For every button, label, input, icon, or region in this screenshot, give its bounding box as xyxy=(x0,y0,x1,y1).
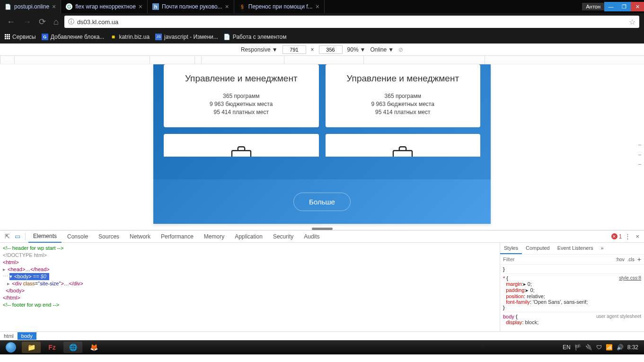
tab-elements[interactable]: Elements xyxy=(28,230,62,243)
error-indicator[interactable]: ✕ 1 xyxy=(611,233,622,240)
tab-4[interactable]: § Перенос при помощи f... × xyxy=(234,0,325,13)
taskbar-explorer[interactable]: 📁 xyxy=(22,342,41,353)
dom-node[interactable]: ▸<head>…</head> xyxy=(3,266,497,273)
zoom-label: 90% xyxy=(347,46,359,53)
close-icon[interactable]: × xyxy=(52,3,56,10)
tray-icon[interactable]: 🛡 xyxy=(596,344,602,351)
css-declaration[interactable]: display: block; xyxy=(503,319,641,325)
forward-button[interactable]: → xyxy=(21,17,33,27)
close-button[interactable]: ✕ xyxy=(631,2,644,11)
styles-rules[interactable]: } style.css:8 * { margin:▸ 0; padding:▸ … xyxy=(500,265,644,331)
bookmark-item[interactable]: G Добавление блока... xyxy=(42,34,105,40)
bookmark-item[interactable]: JS javascript - Измени... xyxy=(155,34,218,40)
info-icon[interactable]: ⓘ xyxy=(68,18,74,26)
reload-button[interactable]: ⟳ xyxy=(37,17,48,27)
styles-filter-input[interactable] xyxy=(503,256,613,262)
viewport-width-input[interactable] xyxy=(282,45,306,54)
volume-icon[interactable]: 🔊 xyxy=(617,344,624,351)
bookmark-label: katrin.biz.ua xyxy=(119,34,150,40)
css-source-link[interactable]: style.css:8 xyxy=(619,275,641,281)
dom-node-selected[interactable]: ⋯ ▾<body> == $0 xyxy=(3,273,497,280)
resize-handle-right[interactable] xyxy=(638,145,641,165)
tab-1[interactable]: 📄 postupi.online × xyxy=(0,0,61,13)
close-icon[interactable]: × xyxy=(139,3,142,10)
tab-security[interactable]: Security xyxy=(268,231,298,242)
elements-tree[interactable]: <!-- header for wp start --> <!DOCTYPE h… xyxy=(0,243,500,331)
bookmark-star-icon[interactable]: ☆ xyxy=(629,18,635,26)
tab-console[interactable]: Console xyxy=(62,231,93,242)
card-stat: 95 414 платных мест xyxy=(170,109,312,115)
program-card[interactable] xyxy=(164,134,319,157)
home-button[interactable]: ⌂ xyxy=(52,17,61,27)
tab-application[interactable]: Application xyxy=(230,231,267,242)
css-declaration[interactable]: margin:▸ 0; xyxy=(503,281,641,287)
program-card[interactable]: Управление и менеджмент 365 программ 9 9… xyxy=(326,64,481,127)
cards-row: Управление и менеджмент 365 программ 9 9… xyxy=(153,64,491,134)
flag-icon[interactable]: 🏴 xyxy=(574,344,582,351)
tab-3[interactable]: h Почти полное руково... × xyxy=(148,0,234,13)
dom-node[interactable]: <html> xyxy=(3,259,497,266)
card-title: Управление и менеджмент xyxy=(332,73,474,84)
user-badge[interactable]: Антон xyxy=(582,3,604,10)
error-count: 1 xyxy=(619,233,622,240)
device-preset-select[interactable]: Responsive ▼ xyxy=(241,46,278,53)
minimize-button[interactable]: — xyxy=(604,2,618,11)
close-icon[interactable]: × xyxy=(225,3,229,10)
tab-sources[interactable]: Sources xyxy=(94,231,124,242)
tab-audits[interactable]: Audits xyxy=(299,231,324,242)
dom-node[interactable]: </html> xyxy=(3,294,497,301)
clock[interactable]: 8:32 xyxy=(627,344,638,351)
close-icon[interactable]: × xyxy=(316,3,319,10)
network-select[interactable]: Online ▼ xyxy=(370,46,394,53)
css-declaration[interactable]: font-family: 'Open Sans', sans-serif; xyxy=(503,299,641,305)
breadcrumb-body[interactable]: body xyxy=(18,332,36,340)
tab-event-listeners[interactable]: Event Listeners xyxy=(554,243,597,254)
tab-network[interactable]: Network xyxy=(125,231,155,242)
bookmark-item[interactable]: ■ katrin.biz.ua xyxy=(110,34,150,40)
breadcrumb-html[interactable]: html xyxy=(0,332,18,340)
device-toggle-icon[interactable]: ▭ xyxy=(13,233,22,240)
network-icon[interactable]: 📶 xyxy=(606,344,613,351)
dom-node[interactable]: </body> xyxy=(3,287,497,294)
start-button[interactable] xyxy=(2,341,20,353)
tab-title: flex wrap некорректное xyxy=(75,3,136,10)
resize-handle-bottom[interactable] xyxy=(312,228,333,230)
inspect-icon[interactable]: ⇱ xyxy=(3,233,12,240)
nav-bar: ← → ⟳ ⌂ ⓘ ds03.kl.com.ua ☆ xyxy=(0,13,644,30)
maximize-button[interactable]: ❐ xyxy=(618,2,631,11)
bookmark-item[interactable]: 📄 Работа с элементом xyxy=(224,34,287,40)
url-bar[interactable]: ⓘ ds03.kl.com.ua ☆ xyxy=(64,16,639,28)
bookmark-label: javascript - Измени... xyxy=(164,34,218,40)
tray-icon[interactable]: 🔌 xyxy=(585,344,592,351)
tab-styles[interactable]: Styles xyxy=(500,243,522,254)
program-card[interactable]: Управление и менеджмент 365 программ 9 9… xyxy=(164,64,319,127)
tab-2[interactable]: G flex wrap некорректное × xyxy=(61,0,148,13)
svg-rect-0 xyxy=(232,150,251,157)
tab-computed[interactable]: Computed xyxy=(522,243,554,254)
apps-button[interactable]: Сервисы xyxy=(5,34,36,40)
program-card[interactable] xyxy=(326,134,481,157)
back-button[interactable]: ← xyxy=(5,17,17,27)
zoom-select[interactable]: 90% ▼ xyxy=(347,46,366,53)
lang-indicator[interactable]: EN xyxy=(563,344,571,351)
styles-panel: Styles Computed Event Listeners » :hov .… xyxy=(500,243,644,331)
tab-memory[interactable]: Memory xyxy=(199,231,229,242)
tab-performance[interactable]: Performance xyxy=(156,231,198,242)
add-rule-icon[interactable]: + xyxy=(637,256,641,263)
more-icon[interactable]: ⋮ xyxy=(623,233,633,240)
close-icon[interactable]: × xyxy=(634,233,641,240)
hov-toggle[interactable]: :hov xyxy=(616,257,625,262)
dom-node[interactable]: ▸<div class="site-size">…</div> xyxy=(3,280,497,287)
css-declaration[interactable]: padding:▸ 0; xyxy=(503,287,641,293)
rotate-icon[interactable]: ⊘ xyxy=(398,46,403,53)
viewport-height-input[interactable] xyxy=(319,45,343,54)
ua-stylesheet-label: user agent stylesheet xyxy=(596,314,641,319)
taskbar-chrome[interactable]: 🌐 xyxy=(63,342,82,353)
css-brace: } xyxy=(503,266,641,272)
cls-toggle[interactable]: .cls xyxy=(627,257,635,262)
taskbar-firefox[interactable]: 🦊 xyxy=(84,342,103,353)
more-button[interactable]: Больше xyxy=(293,193,351,211)
more-tabs-icon[interactable]: » xyxy=(597,243,608,254)
css-declaration[interactable]: position: relative; xyxy=(503,293,641,299)
taskbar-filezilla[interactable]: Fz xyxy=(43,342,62,353)
